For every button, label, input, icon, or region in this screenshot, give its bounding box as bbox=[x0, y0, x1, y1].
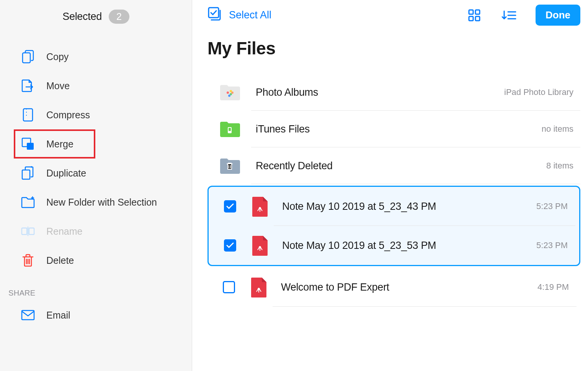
file-name: Welcome to PDF Expert bbox=[281, 281, 537, 293]
email-action[interactable]: Email bbox=[0, 301, 192, 330]
file-meta: 5:23 PM bbox=[536, 240, 568, 250]
file-row[interactable]: Welcome to PDF Expert 4:19 PM bbox=[207, 268, 580, 307]
select-all-label: Select All bbox=[229, 9, 271, 21]
copy-icon bbox=[21, 50, 35, 64]
rename-action: Rename bbox=[0, 217, 192, 246]
selection-group: Note May 10 2019 at 5_23_43 PM 5:23 PM N… bbox=[207, 186, 580, 266]
svg-rect-4 bbox=[22, 170, 30, 179]
svg-rect-9 bbox=[469, 10, 473, 14]
svg-point-13 bbox=[227, 92, 229, 94]
svg-rect-11 bbox=[469, 16, 473, 21]
file-meta: 4:19 PM bbox=[537, 282, 569, 292]
svg-point-16 bbox=[228, 95, 230, 97]
new-folder-icon bbox=[21, 195, 35, 209]
folder-name: iTunes Files bbox=[256, 123, 542, 135]
page-title: My Files bbox=[207, 38, 580, 59]
svg-rect-0 bbox=[23, 53, 30, 63]
duplicate-label: Duplicate bbox=[46, 168, 86, 179]
selected-title: Selected bbox=[62, 11, 102, 23]
svg-rect-5 bbox=[22, 228, 27, 234]
photos-folder-icon bbox=[219, 83, 240, 101]
svg-rect-1 bbox=[23, 109, 33, 121]
pdf-file-icon bbox=[250, 277, 267, 297]
new-folder-label: New Folder with Selection bbox=[46, 197, 157, 208]
file-row[interactable]: Note May 10 2019 at 5_23_53 PM 5:23 PM bbox=[209, 226, 579, 265]
itunes-folder-icon bbox=[219, 120, 240, 138]
rename-icon bbox=[21, 224, 35, 238]
svg-rect-6 bbox=[29, 228, 34, 234]
folder-meta: iPad Photo Library bbox=[504, 87, 573, 97]
svg-rect-8 bbox=[209, 8, 219, 18]
file-name: Note May 10 2019 at 5_23_43 PM bbox=[282, 201, 536, 212]
sort-button[interactable] bbox=[501, 8, 516, 23]
grid-view-button[interactable] bbox=[467, 8, 482, 23]
copy-action[interactable]: Copy bbox=[0, 42, 192, 71]
file-meta: 5:23 PM bbox=[536, 201, 568, 211]
pdf-file-icon bbox=[252, 235, 268, 256]
merge-action[interactable]: Merge bbox=[14, 129, 95, 159]
email-label: Email bbox=[46, 310, 70, 321]
file-name: Note May 10 2019 at 5_23_53 PM bbox=[282, 240, 536, 252]
folder-row-photo-albums[interactable]: Photo Albums iPad Photo Library bbox=[207, 74, 580, 111]
file-row[interactable]: Note May 10 2019 at 5_23_43 PM 5:23 PM bbox=[209, 187, 579, 226]
file-list: Photo Albums iPad Photo Library iTunes F… bbox=[207, 74, 580, 307]
merge-label: Merge bbox=[46, 139, 74, 150]
folder-name: Photo Albums bbox=[256, 87, 504, 98]
toolbar: Select All Done bbox=[207, 5, 580, 26]
checkbox-checked[interactable] bbox=[224, 239, 236, 252]
folder-meta: 8 items bbox=[546, 161, 573, 171]
new-folder-action[interactable]: New Folder with Selection bbox=[0, 188, 192, 217]
delete-action[interactable]: Delete bbox=[0, 246, 192, 275]
move-icon bbox=[21, 79, 35, 93]
move-label: Move bbox=[46, 80, 70, 92]
folder-meta: no items bbox=[542, 124, 573, 134]
folder-name: Recently Deleted bbox=[256, 160, 546, 172]
done-button[interactable]: Done bbox=[536, 5, 580, 26]
duplicate-action[interactable]: Duplicate bbox=[0, 159, 192, 188]
rename-label: Rename bbox=[46, 226, 83, 237]
delete-icon bbox=[21, 253, 35, 267]
select-all-button[interactable]: Select All bbox=[207, 7, 271, 24]
main-content: Select All Done My Files Photo Albums iP… bbox=[192, 0, 588, 371]
merge-icon bbox=[21, 137, 35, 151]
folder-row-recently-deleted[interactable]: Recently Deleted 8 items bbox=[207, 147, 580, 184]
trash-folder-icon bbox=[219, 157, 240, 175]
svg-point-17 bbox=[231, 92, 234, 94]
duplicate-icon bbox=[21, 166, 35, 180]
share-header: SHARE bbox=[0, 275, 192, 301]
svg-rect-10 bbox=[475, 10, 480, 14]
select-all-icon bbox=[207, 7, 222, 24]
checkbox-unchecked[interactable] bbox=[223, 281, 235, 293]
selected-count-badge: 2 bbox=[109, 10, 129, 24]
delete-label: Delete bbox=[46, 255, 74, 266]
compress-label: Compress bbox=[46, 110, 90, 121]
svg-rect-12 bbox=[475, 16, 480, 21]
svg-rect-19 bbox=[229, 128, 231, 131]
svg-rect-3 bbox=[27, 143, 34, 150]
email-icon bbox=[21, 308, 35, 322]
pdf-file-icon bbox=[252, 196, 268, 217]
copy-label: Copy bbox=[46, 51, 69, 62]
compress-action[interactable]: Compress bbox=[0, 100, 192, 129]
compress-icon bbox=[21, 108, 35, 122]
sidebar: Selected 2 Copy Move Compress Merge Dupl… bbox=[0, 0, 192, 371]
svg-rect-7 bbox=[22, 311, 34, 320]
folder-row-itunes[interactable]: iTunes Files no items bbox=[207, 111, 580, 147]
checkbox-checked[interactable] bbox=[224, 200, 236, 212]
sidebar-header: Selected 2 bbox=[0, 10, 192, 24]
move-action[interactable]: Move bbox=[0, 71, 192, 100]
